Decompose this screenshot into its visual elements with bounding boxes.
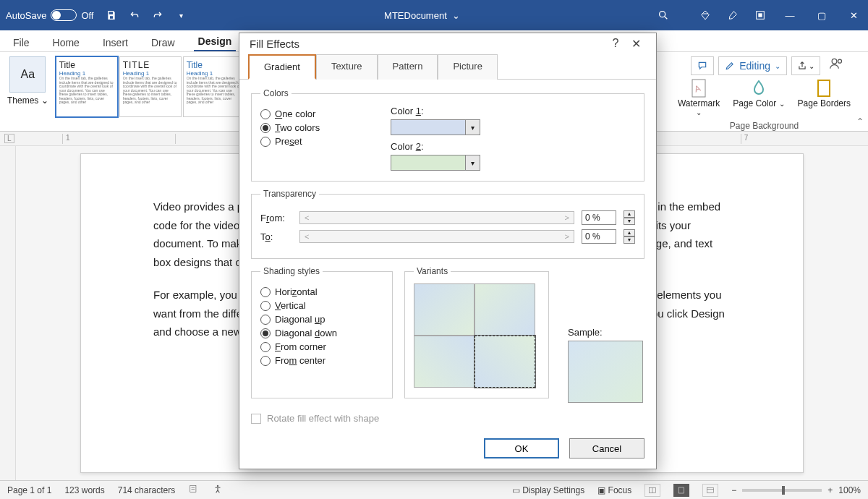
sample-preview: Sample: [568,327,643,403]
search-icon[interactable] [657,9,670,22]
spellcheck-icon[interactable] [188,484,200,496]
app-icon[interactable] [754,9,767,22]
ribbon-right-group: Editing ⌄ ⌄ [691,56,861,75]
page-borders-button[interactable]: Page Borders [798,78,851,116]
chevron-down-icon[interactable]: ▾ [466,155,480,171]
style-gallery[interactable]: Title Heading 1 On the Insert tab, the g… [56,56,245,117]
tab-pattern[interactable]: Pattern [378,54,438,80]
tab-picture[interactable]: Picture [438,54,497,80]
chevron-down-icon[interactable]: ▾ [466,119,480,135]
share-button[interactable]: ⌄ [791,56,820,75]
doc-chevron-icon: ⌄ [452,10,460,21]
page-background-label: Page Background [730,121,799,131]
display-settings-button[interactable]: ▭ Display Settings [512,485,584,495]
themes-button[interactable]: Aa [9,56,46,93]
page-color-icon [749,78,769,98]
minimize-button[interactable]: — [781,10,799,21]
variant-3[interactable] [414,336,475,388]
read-mode-button[interactable] [644,484,660,497]
tab-file[interactable]: File [9,34,34,51]
maximize-button[interactable]: ▢ [813,10,830,21]
themes-label: Themes ⌄ [7,95,48,106]
radio-from-corner[interactable]: From corner [260,341,383,352]
zoom-out-button[interactable]: − [731,485,736,495]
variant-1[interactable] [414,283,475,336]
account-icon[interactable] [829,56,843,73]
share-icon [797,61,807,71]
web-layout-button[interactable] [702,484,718,497]
qat-dropdown-icon[interactable]: ▾ [174,9,187,22]
radio-diagonal-up[interactable]: Diagonal up [260,314,383,325]
tab-draw[interactable]: Draw [147,34,179,51]
style-card-3[interactable]: Title Heading 1 On the Insert tab, the g… [183,56,245,117]
status-words[interactable]: 123 words [64,485,104,495]
color2-picker[interactable]: ▾ [391,155,635,171]
quick-access-toolbar: ▾ [105,9,187,22]
ribbon-collapse-icon[interactable]: ⌃ [856,116,864,127]
watermark-button[interactable]: A Watermark⌄ [678,78,720,116]
radio-one-color[interactable]: One color [260,108,391,119]
zoom-value[interactable]: 100% [838,485,861,495]
tab-insert[interactable]: Insert [98,34,132,51]
autosave-toggle[interactable] [51,9,77,21]
tab-home[interactable]: Home [48,34,84,51]
variant-4[interactable] [475,336,535,388]
to-spinner[interactable]: ▲▼ [624,229,635,244]
editing-mode-button[interactable]: Editing ⌄ [718,56,787,75]
radio-horizontal[interactable]: Horizontal [260,286,383,297]
to-slider[interactable]: <> [299,230,574,243]
brush-icon[interactable] [726,9,739,22]
tab-design[interactable]: Design [194,33,237,51]
status-page[interactable]: Page 1 of 1 [7,485,51,495]
svg-rect-12 [707,487,714,492]
svg-point-4 [838,59,842,63]
from-value[interactable]: 0 % [582,210,616,225]
close-button[interactable]: ✕ [626,37,646,51]
style-card-2[interactable]: TITLE Heading 1 On the Insert tab, the g… [119,56,182,117]
variant-2[interactable] [475,283,535,336]
radio-from-center[interactable]: From center [260,355,383,366]
save-icon[interactable] [105,9,118,22]
vertical-ruler[interactable] [0,146,16,480]
from-slider[interactable]: <> [299,211,574,224]
zoom-slider[interactable] [742,489,822,492]
help-button[interactable]: ? [605,37,626,50]
radio-two-colors[interactable]: Two colors [260,122,391,133]
sample-label: Sample: [568,327,643,338]
zoom-in-button[interactable]: + [827,485,833,495]
radio-preset[interactable]: Preset [260,136,391,147]
radio-vertical[interactable]: Vertical [260,300,383,311]
page-color-button[interactable]: Page Color ⌄ [733,78,784,116]
cancel-button[interactable]: Cancel [569,438,644,459]
autosave-control[interactable]: AutoSave Off [6,9,93,21]
comments-button[interactable] [691,56,714,75]
to-value[interactable]: 0 % [582,229,616,244]
diamond-icon[interactable] [699,9,712,22]
focus-button[interactable]: ▣ Focus [597,485,631,495]
tab-selector[interactable]: L [4,134,14,143]
tab-texture[interactable]: Texture [316,54,378,80]
redo-icon[interactable] [151,9,164,22]
dialog-titlebar[interactable]: Fill Effects ? ✕ [239,33,656,54]
svg-rect-7 [818,80,830,96]
zoom-control[interactable]: − + 100% [731,485,861,495]
svg-rect-11 [679,487,684,493]
radio-diagonal-down[interactable]: Diagonal down [260,328,383,338]
status-chars[interactable]: 714 characters [118,485,175,495]
color2-label: Color 2: [391,141,635,152]
close-window-button[interactable]: ✕ [845,10,862,21]
ok-button[interactable]: OK [484,438,559,459]
svg-point-9 [217,485,218,487]
accessibility-icon[interactable] [213,484,223,496]
color1-picker[interactable]: ▾ [391,119,635,135]
tab-gradient[interactable]: Gradient [248,54,316,80]
style-card-1[interactable]: Title Heading 1 On the Insert tab, the g… [56,56,118,117]
dialog-buttons: OK Cancel [239,431,656,469]
undo-icon[interactable] [128,9,141,22]
from-spinner[interactable]: ▲▼ [624,210,635,225]
shading-styles-group: Shading styles Horizontal Vertical Diago… [251,266,393,398]
colors-group: Colors One color Two colors Preset Color… [251,88,644,182]
print-layout-button[interactable] [673,484,689,497]
colors-legend: Colors [260,88,292,98]
document-title[interactable]: MTEDocument ⌄ [187,10,657,21]
